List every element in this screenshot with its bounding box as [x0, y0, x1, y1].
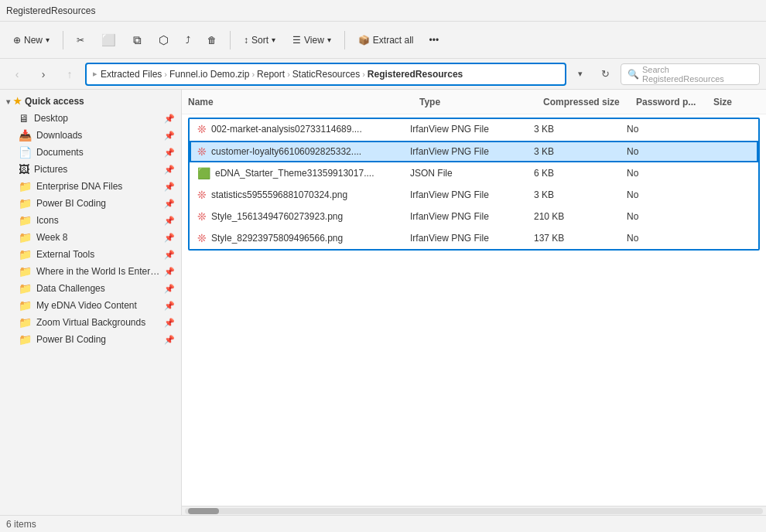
up-button[interactable]: ↑ — [59, 63, 80, 85]
file-icon-1: ❊ — [197, 145, 207, 158]
paste-button[interactable]: ⧉ — [126, 26, 149, 54]
new-label: New — [24, 35, 43, 46]
sep-3: › — [287, 70, 290, 79]
sidebar-item-where-in-world[interactable]: 📁 Where in the World Is Enterpr... 📌 — [0, 263, 181, 280]
sidebar-item-pictures-label: Pictures — [34, 164, 164, 175]
file-compressed-3: 3 KB — [534, 189, 627, 200]
edna-files-icon: 📁 — [19, 180, 32, 193]
file-row-4[interactable]: ❊ Style_15613494760273923.png IrfanView … — [190, 206, 758, 227]
file-row-1[interactable]: ❊ customer-loyalty66106092825332.... Irf… — [190, 141, 758, 162]
power-bi-2-pin-icon: 📌 — [164, 335, 175, 345]
week8-pin-icon: 📌 — [164, 233, 175, 243]
main-content: ▾ ★ Quick access 🖥 Desktop 📌 📥 Downloads… — [0, 90, 766, 515]
rename-icon: ⬡ — [159, 33, 169, 47]
sidebar-item-power-bi[interactable]: 📁 Power BI Coding 📌 — [0, 195, 181, 212]
week8-icon: 📁 — [19, 231, 32, 244]
scrollbar-track — [185, 508, 763, 514]
sidebar-item-data-challenges[interactable]: 📁 Data Challenges 📌 — [0, 280, 181, 297]
refresh-button[interactable]: ↻ — [594, 63, 616, 85]
cut-button[interactable]: ✂ — [70, 26, 91, 54]
sidebar-item-zoom-bg-label: Zoom Virtual Backgrounds — [36, 317, 164, 328]
back-button[interactable]: ‹ — [6, 63, 28, 85]
external-tools-icon: 📁 — [19, 248, 32, 261]
sidebar-item-power-bi-label: Power BI Coding — [36, 198, 164, 209]
more-button[interactable]: ••• — [424, 26, 445, 54]
file-row-0[interactable]: ❊ 002-market-analysis02733114689.... Irf… — [190, 119, 758, 141]
file-row-3[interactable]: ❊ statistics5955596881070324.png IrfanVi… — [190, 184, 758, 206]
address-row: ‹ › ↑ ▸ Extracted Files › Funnel.io Demo… — [0, 59, 766, 90]
file-type-1: IrfanView PNG File — [410, 146, 534, 157]
breadcrumb-part-5[interactable]: RegisteredResources — [368, 69, 463, 80]
breadcrumb-part-4[interactable]: StaticResources — [292, 69, 360, 80]
col-password: Password p... — [636, 97, 713, 107]
file-icon-2: 🟩 — [197, 167, 210, 179]
view-button[interactable]: ☰ View ▾ — [286, 26, 338, 54]
share-button[interactable]: ⤴ — [179, 26, 197, 54]
edna-video-pin-icon: 📌 — [164, 301, 175, 311]
share-icon: ⤴ — [186, 35, 190, 46]
sidebar-item-week8-label: Week 8 — [36, 232, 164, 243]
delete-button[interactable]: 🗑 — [200, 26, 224, 54]
power-bi-icon: 📁 — [19, 197, 32, 210]
file-password-4: No — [627, 211, 704, 222]
sidebar-item-desktop[interactable]: 🖥 Desktop 📌 — [0, 110, 181, 127]
where-in-world-pin-icon: 📌 — [164, 267, 175, 277]
sidebar-item-week8[interactable]: 📁 Week 8 📌 — [0, 229, 181, 246]
view-label: View — [304, 35, 324, 46]
sort-button[interactable]: ↕ Sort ▾ — [237, 26, 282, 54]
file-icon-3: ❊ — [197, 189, 207, 201]
rename-button[interactable]: ⬡ — [152, 26, 176, 54]
sidebar-item-external-tools[interactable]: 📁 External Tools 📌 — [0, 246, 181, 263]
sidebar-item-documents[interactable]: 📄 Documents 📌 — [0, 144, 181, 161]
extract-button[interactable]: 📦 Extract all — [351, 26, 421, 54]
toolbar: ⊕ New ▾ ✂ ⬜ ⧉ ⬡ ⤴ 🗑 ↕ Sort ▾ ☰ View ▾ 📦 … — [0, 22, 766, 59]
file-name-cell-4: ❊ Style_15613494760273923.png — [197, 210, 410, 223]
horizontal-scrollbar[interactable] — [182, 506, 766, 515]
sidebar-item-edna-video[interactable]: 📁 My eDNA Video Content 📌 — [0, 297, 181, 314]
breadcrumb-part-2[interactable]: Funnel.io Demo.zip — [169, 69, 249, 80]
desktop-icon: 🖥 — [19, 112, 29, 124]
icons-icon: 📁 — [19, 214, 32, 227]
file-name-cell-3: ❊ statistics5955596881070324.png — [197, 189, 410, 201]
sidebar-item-downloads[interactable]: 📥 Downloads 📌 — [0, 127, 181, 144]
address-chevron-button[interactable]: ▾ — [571, 65, 590, 84]
file-type-0: IrfanView PNG File — [410, 124, 534, 135]
downloads-pin-icon: 📌 — [164, 131, 175, 141]
search-box[interactable]: 🔍 Search RegisteredResources — [621, 63, 760, 85]
file-type-4: IrfanView PNG File — [410, 211, 534, 222]
file-password-1: No — [627, 146, 704, 157]
sidebar-item-data-challenges-label: Data Challenges — [36, 283, 164, 294]
file-row-2[interactable]: 🟩 eDNA_Starter_Theme31359913017.... JSON… — [190, 162, 758, 184]
desktop-pin-icon: 📌 — [164, 114, 175, 124]
downloads-icon: 📥 — [19, 129, 32, 142]
status-text: 6 items — [6, 519, 36, 530]
breadcrumb-part-3[interactable]: Report — [257, 69, 285, 80]
file-row-5[interactable]: ❊ Style_82923975809496566.png IrfanView … — [190, 227, 758, 249]
file-name-1: customer-loyalty66106092825332.... — [211, 146, 361, 157]
sidebar-item-icons[interactable]: 📁 Icons 📌 — [0, 212, 181, 229]
documents-pin-icon: 📌 — [164, 148, 175, 158]
sidebar-item-icons-label: Icons — [36, 215, 164, 226]
sidebar-item-desktop-label: Desktop — [34, 113, 164, 124]
quick-access-header[interactable]: ▾ ★ Quick access — [0, 93, 181, 110]
new-button[interactable]: ⊕ New ▾ — [6, 26, 56, 54]
sidebar-item-zoom-bg[interactable]: 📁 Zoom Virtual Backgrounds 📌 — [0, 314, 181, 331]
file-list: ❊ 002-market-analysis02733114689.... Irf… — [182, 114, 766, 506]
sort-chevron-icon: ▾ — [272, 36, 275, 44]
col-name: Name — [188, 97, 419, 107]
sidebar-item-power-bi-2-label: Power BI Coding — [36, 334, 164, 345]
copy-button[interactable]: ⬜ — [94, 26, 123, 54]
file-type-5: IrfanView PNG File — [410, 233, 534, 244]
file-name-cell-1: ❊ customer-loyalty66106092825332.... — [197, 145, 410, 158]
scrollbar-thumb — [188, 508, 219, 514]
breadcrumb-part-1[interactable]: Extracted Files — [101, 69, 162, 80]
sidebar-item-power-bi-2[interactable]: 📁 Power BI Coding 📌 — [0, 331, 181, 348]
copy-icon: ⬜ — [101, 33, 116, 47]
sidebar-item-edna-files[interactable]: 📁 Enterprise DNA Files 📌 — [0, 178, 181, 195]
file-compressed-0: 3 KB — [534, 124, 627, 135]
new-icon: ⊕ — [13, 35, 21, 46]
file-icon-5: ❊ — [197, 232, 207, 244]
sidebar-item-pictures[interactable]: 🖼 Pictures 📌 — [0, 161, 181, 178]
forward-button[interactable]: › — [32, 63, 54, 85]
documents-icon: 📄 — [19, 146, 32, 159]
